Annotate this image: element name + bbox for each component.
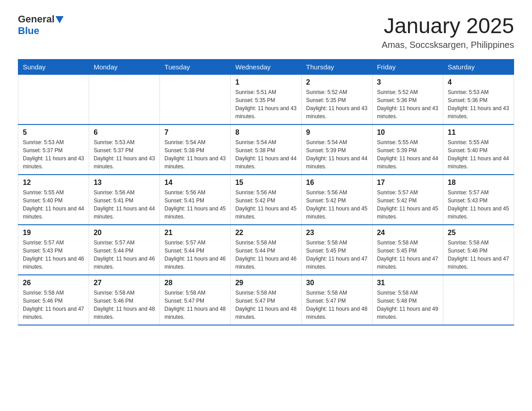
day-number: 24	[377, 229, 438, 237]
day-info: Sunrise: 5:58 AMSunset: 5:46 PMDaylight:…	[23, 289, 84, 321]
calendar-week-row: 26Sunrise: 5:58 AMSunset: 5:46 PMDayligh…	[18, 275, 514, 325]
day-number: 11	[448, 128, 509, 137]
day-number: 17	[377, 179, 438, 187]
day-info: Sunrise: 5:57 AMSunset: 5:43 PMDaylight:…	[448, 188, 509, 221]
day-info: Sunrise: 5:53 AMSunset: 5:37 PMDaylight:…	[94, 138, 155, 171]
day-number: 9	[306, 128, 368, 137]
day-info: Sunrise: 5:56 AMSunset: 5:42 PMDaylight:…	[235, 188, 296, 221]
calendar-day-header: Sunday	[18, 60, 89, 75]
calendar-cell	[89, 75, 160, 125]
day-info: Sunrise: 5:58 AMSunset: 5:47 PMDaylight:…	[235, 289, 296, 321]
day-number: 25	[448, 229, 509, 237]
logo-general: General	[18, 13, 55, 25]
calendar-cell: 29Sunrise: 5:58 AMSunset: 5:47 PMDayligh…	[231, 275, 301, 325]
calendar-cell: 5Sunrise: 5:53 AMSunset: 5:37 PMDaylight…	[18, 124, 89, 175]
day-number: 19	[23, 229, 84, 237]
day-info: Sunrise: 5:53 AMSunset: 5:37 PMDaylight:…	[23, 138, 84, 171]
calendar-cell: 4Sunrise: 5:53 AMSunset: 5:36 PMDaylight…	[443, 75, 514, 125]
calendar-cell: 2Sunrise: 5:52 AMSunset: 5:35 PMDaylight…	[301, 75, 372, 125]
logo-text: General Blue	[18, 13, 64, 37]
calendar-day-header: Thursday	[301, 60, 372, 75]
calendar-cell: 14Sunrise: 5:56 AMSunset: 5:41 PMDayligh…	[160, 175, 231, 225]
day-number: 26	[23, 279, 84, 287]
day-info: Sunrise: 5:56 AMSunset: 5:41 PMDaylight:…	[164, 188, 226, 221]
day-number: 15	[235, 179, 296, 187]
calendar-cell: 1Sunrise: 5:51 AMSunset: 5:35 PMDaylight…	[231, 75, 301, 125]
calendar-cell	[160, 75, 231, 125]
day-number: 2	[306, 78, 368, 86]
day-number: 12	[23, 179, 84, 187]
calendar-cell: 17Sunrise: 5:57 AMSunset: 5:42 PMDayligh…	[372, 175, 443, 225]
day-info: Sunrise: 5:51 AMSunset: 5:35 PMDaylight:…	[235, 88, 296, 120]
calendar-table: SundayMondayTuesdayWednesdayThursdayFrid…	[18, 59, 514, 325]
calendar-week-row: 5Sunrise: 5:53 AMSunset: 5:37 PMDaylight…	[18, 124, 514, 175]
day-number: 23	[306, 229, 368, 237]
day-number: 21	[164, 229, 226, 237]
day-number: 28	[164, 279, 226, 287]
day-info: Sunrise: 5:58 AMSunset: 5:47 PMDaylight:…	[306, 289, 368, 321]
day-number: 13	[94, 179, 155, 187]
subtitle: Amas, Soccsksargen, Philippines	[382, 40, 514, 50]
calendar-day-header: Friday	[372, 60, 443, 75]
calendar-cell: 6Sunrise: 5:53 AMSunset: 5:37 PMDaylight…	[89, 124, 160, 175]
calendar-cell: 9Sunrise: 5:54 AMSunset: 5:39 PMDaylight…	[301, 124, 372, 175]
day-info: Sunrise: 5:58 AMSunset: 5:45 PMDaylight:…	[377, 239, 438, 271]
calendar-cell: 31Sunrise: 5:58 AMSunset: 5:48 PMDayligh…	[372, 275, 443, 325]
day-number: 16	[306, 179, 368, 187]
calendar-header-row: SundayMondayTuesdayWednesdayThursdayFrid…	[18, 60, 514, 75]
day-number: 18	[448, 179, 509, 187]
logo-blue: Blue	[18, 25, 39, 36]
calendar-cell	[18, 75, 89, 125]
day-number: 27	[94, 279, 155, 287]
calendar-cell: 11Sunrise: 5:55 AMSunset: 5:40 PMDayligh…	[443, 124, 514, 175]
day-info: Sunrise: 5:53 AMSunset: 5:36 PMDaylight:…	[448, 88, 509, 120]
day-info: Sunrise: 5:58 AMSunset: 5:44 PMDaylight:…	[235, 239, 296, 271]
calendar-cell: 28Sunrise: 5:58 AMSunset: 5:47 PMDayligh…	[160, 275, 231, 325]
day-info: Sunrise: 5:55 AMSunset: 5:40 PMDaylight:…	[448, 138, 509, 171]
day-info: Sunrise: 5:55 AMSunset: 5:39 PMDaylight:…	[377, 138, 438, 171]
calendar-cell: 8Sunrise: 5:54 AMSunset: 5:38 PMDaylight…	[231, 124, 301, 175]
day-number: 7	[164, 128, 226, 137]
day-info: Sunrise: 5:52 AMSunset: 5:35 PMDaylight:…	[306, 88, 368, 120]
day-info: Sunrise: 5:56 AMSunset: 5:41 PMDaylight:…	[94, 188, 155, 221]
day-number: 22	[235, 229, 296, 237]
day-number: 5	[23, 128, 84, 137]
logo-icon	[56, 16, 64, 23]
calendar-cell: 19Sunrise: 5:57 AMSunset: 5:43 PMDayligh…	[18, 225, 89, 275]
calendar-cell: 3Sunrise: 5:52 AMSunset: 5:36 PMDaylight…	[372, 75, 443, 125]
logo: General Blue	[18, 13, 64, 37]
calendar-cell: 23Sunrise: 5:58 AMSunset: 5:45 PMDayligh…	[301, 225, 372, 275]
calendar-cell: 10Sunrise: 5:55 AMSunset: 5:39 PMDayligh…	[372, 124, 443, 175]
day-info: Sunrise: 5:52 AMSunset: 5:36 PMDaylight:…	[377, 88, 438, 120]
day-info: Sunrise: 5:57 AMSunset: 5:44 PMDaylight:…	[164, 239, 226, 271]
day-info: Sunrise: 5:58 AMSunset: 5:46 PMDaylight:…	[94, 289, 155, 321]
day-number: 1	[235, 78, 296, 86]
day-number: 8	[235, 128, 296, 137]
day-info: Sunrise: 5:57 AMSunset: 5:43 PMDaylight:…	[23, 239, 84, 271]
main-title: January 2025	[382, 13, 514, 38]
day-info: Sunrise: 5:54 AMSunset: 5:38 PMDaylight:…	[235, 138, 296, 171]
calendar-cell	[443, 275, 514, 325]
day-number: 30	[306, 279, 368, 287]
calendar-cell: 20Sunrise: 5:57 AMSunset: 5:44 PMDayligh…	[89, 225, 160, 275]
calendar-cell: 16Sunrise: 5:56 AMSunset: 5:42 PMDayligh…	[301, 175, 372, 225]
day-info: Sunrise: 5:58 AMSunset: 5:46 PMDaylight:…	[448, 239, 509, 271]
calendar-day-header: Monday	[89, 60, 160, 75]
day-number: 31	[377, 279, 438, 287]
title-area: January 2025 Amas, Soccsksargen, Philipp…	[382, 13, 514, 50]
day-number: 4	[448, 78, 509, 86]
day-info: Sunrise: 5:55 AMSunset: 5:40 PMDaylight:…	[23, 188, 84, 221]
calendar-day-header: Wednesday	[231, 60, 301, 75]
day-number: 10	[377, 128, 438, 137]
day-info: Sunrise: 5:57 AMSunset: 5:42 PMDaylight:…	[377, 188, 438, 221]
day-info: Sunrise: 5:58 AMSunset: 5:45 PMDaylight:…	[306, 239, 368, 271]
calendar-cell: 30Sunrise: 5:58 AMSunset: 5:47 PMDayligh…	[301, 275, 372, 325]
calendar-cell: 21Sunrise: 5:57 AMSunset: 5:44 PMDayligh…	[160, 225, 231, 275]
calendar-cell: 13Sunrise: 5:56 AMSunset: 5:41 PMDayligh…	[89, 175, 160, 225]
calendar-cell: 24Sunrise: 5:58 AMSunset: 5:45 PMDayligh…	[372, 225, 443, 275]
day-number: 29	[235, 279, 296, 287]
day-number: 20	[94, 229, 155, 237]
calendar-cell: 22Sunrise: 5:58 AMSunset: 5:44 PMDayligh…	[231, 225, 301, 275]
calendar-week-row: 1Sunrise: 5:51 AMSunset: 5:35 PMDaylight…	[18, 75, 514, 125]
calendar-cell: 7Sunrise: 5:54 AMSunset: 5:38 PMDaylight…	[160, 124, 231, 175]
